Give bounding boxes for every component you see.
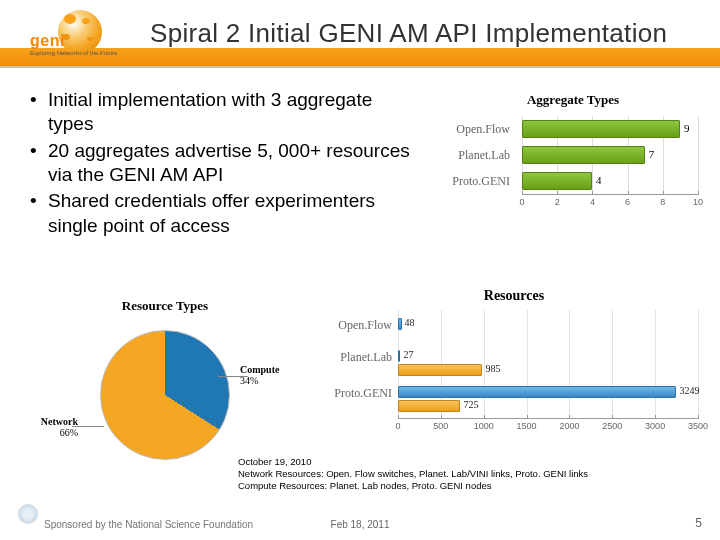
bar-value: 3249 <box>679 385 699 396</box>
tick-label: 0 <box>395 421 400 431</box>
bullet-text: Initial implementation with 3 aggregate … <box>48 88 420 137</box>
tick-label: 8 <box>660 197 665 207</box>
bullet-item: •Shared credentials offer experimenters … <box>30 189 420 238</box>
bar-planetlab-compute <box>398 364 482 376</box>
bar-planetlab <box>522 146 645 164</box>
bar-openflow-network <box>398 318 402 330</box>
bar-planetlab-network <box>398 350 400 362</box>
bar-value: 985 <box>486 363 501 374</box>
chart-title: Aggregate Types <box>438 92 708 108</box>
tick-label: 2 <box>555 197 560 207</box>
pie-icon <box>100 330 230 460</box>
aggregate-types-chart: Aggregate Types Open.Flow Planet.Lab Pro… <box>438 92 708 210</box>
axis-category: Proto.GENI <box>314 386 392 401</box>
bar-value: 725 <box>463 399 478 410</box>
note-line: October 19, 2010 <box>238 456 668 468</box>
bar-protogeni <box>522 172 592 190</box>
pie-slice-label-network: Network66% <box>30 416 78 438</box>
axis-category: Planet.Lab <box>438 148 516 163</box>
label-text: Compute <box>240 364 279 375</box>
bar-value: 4 <box>596 174 602 186</box>
tick-label: 10 <box>693 197 703 207</box>
x-axis: 0 2 4 6 8 10 <box>522 194 698 210</box>
bar-value: 48 <box>405 317 415 328</box>
tick-label: 1000 <box>474 421 494 431</box>
note-line: Network Resources: Open. Flow switches, … <box>238 468 668 480</box>
axis-category: Open.Flow <box>314 318 392 333</box>
page-number: 5 <box>695 516 702 530</box>
label-pct: 66% <box>60 427 78 438</box>
resource-types-chart: Resource Types Compute34% Network66% <box>30 298 300 470</box>
logo-tagline: Exploring Networks of the Future <box>30 50 140 57</box>
resources-chart: Resources Open.Flow 48 Planet.Lab 27 985… <box>318 288 710 436</box>
bullet-item: •20 aggregates advertise 5, 000+ resourc… <box>30 139 420 188</box>
tick-label: 3500 <box>688 421 708 431</box>
footer-date: Feb 18, 2011 <box>0 519 720 530</box>
tick-label: 1500 <box>517 421 537 431</box>
bar-value: 7 <box>649 148 655 160</box>
slide: geni Exploring Networks of the Future Sp… <box>0 0 720 540</box>
bar-protogeni-network <box>398 386 676 398</box>
chart-title: Resources <box>318 288 710 304</box>
label-pct: 34% <box>240 375 258 386</box>
axis-category: Planet.Lab <box>314 350 392 365</box>
footer: Sponsored by the National Science Founda… <box>0 512 720 530</box>
bar-value: 9 <box>684 122 690 134</box>
tick-label: 2500 <box>602 421 622 431</box>
axis-category: Proto.GENI <box>438 174 516 189</box>
tick-label: 4 <box>590 197 595 207</box>
tick-label: 500 <box>433 421 448 431</box>
bar-value: 27 <box>403 349 413 360</box>
tick-label: 0 <box>519 197 524 207</box>
page-title: Spiral 2 Initial GENI AM API Implementat… <box>150 18 667 49</box>
bullet-text: 20 aggregates advertise 5, 000+ resource… <box>48 139 420 188</box>
axis-category: Open.Flow <box>438 122 516 137</box>
x-axis: 0 500 1000 1500 2000 2500 3000 3500 <box>398 418 698 436</box>
bullet-item: •Initial implementation with 3 aggregate… <box>30 88 420 137</box>
tick-label: 3000 <box>645 421 665 431</box>
bullet-text: Shared credentials offer experimenters s… <box>48 189 420 238</box>
tick-label: 2000 <box>559 421 579 431</box>
pie-slice-label-compute: Compute34% <box>240 364 279 386</box>
chart-title: Resource Types <box>30 298 300 314</box>
bullet-list: •Initial implementation with 3 aggregate… <box>30 88 420 240</box>
geni-logo: geni Exploring Networks of the Future <box>30 10 140 62</box>
label-text: Network <box>41 416 78 427</box>
bar-protogeni-compute <box>398 400 460 412</box>
bar-openflow <box>522 120 680 138</box>
note-line: Compute Resources: Planet. Lab nodes, Pr… <box>238 480 668 492</box>
logo-text: geni <box>30 32 140 50</box>
tick-label: 6 <box>625 197 630 207</box>
footnote: October 19, 2010 Network Resources: Open… <box>238 456 668 492</box>
